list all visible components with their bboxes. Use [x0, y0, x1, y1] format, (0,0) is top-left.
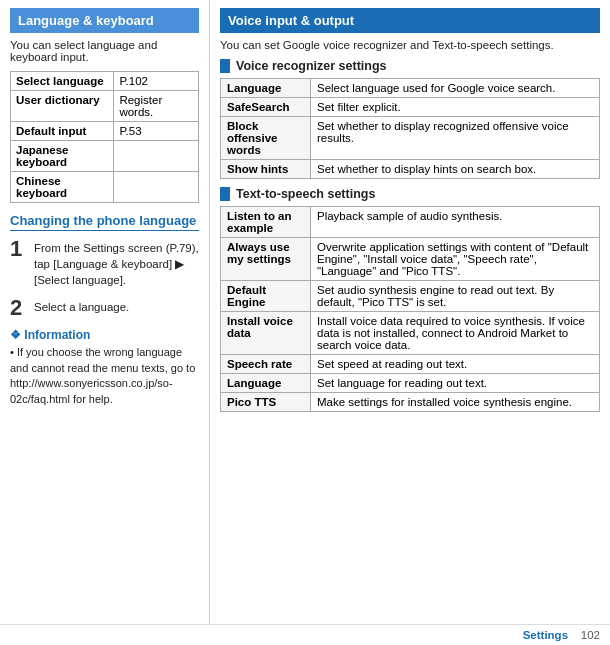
table-row: Default EngineSet audio synthesis engine…	[221, 281, 600, 312]
table-cell-label: SafeSearch	[221, 98, 311, 117]
info-text: • If you choose the wrong language and c…	[10, 345, 199, 407]
table-row: SafeSearchSet filter explicit.	[221, 98, 600, 117]
table-row: LanguageSet language for reading out tex…	[221, 374, 600, 393]
footer-settings-label: Settings	[523, 629, 568, 641]
step-1: 1 From the Settings screen (P.79), tap […	[10, 237, 199, 288]
voice-recognizer-table: LanguageSelect language used for Google …	[220, 78, 600, 179]
left-settings-table: Select languageP.102User dictionaryRegis…	[10, 71, 199, 203]
footer: Settings 102	[0, 624, 610, 645]
step-2-number: 2	[10, 296, 28, 320]
table-cell-label: Always use my settings	[221, 238, 311, 281]
table-row: LanguageSelect language used for Google …	[221, 79, 600, 98]
table-cell-label: Install voice data	[221, 312, 311, 355]
table-row: Block offensive wordsSet whether to disp…	[221, 117, 600, 160]
table-row: Japanese keyboard	[11, 141, 199, 172]
table-row: Pico TTSMake settings for installed voic…	[221, 393, 600, 412]
table-cell-value: P.53	[114, 122, 199, 141]
table-cell-value: Select language used for Google voice se…	[311, 79, 600, 98]
table-cell-label: Show hints	[221, 160, 311, 179]
table-row: User dictionaryRegister words.	[11, 91, 199, 122]
table-cell-value: Set language for reading out text.	[311, 374, 600, 393]
table-cell-value: P.102	[114, 72, 199, 91]
table-cell-value: Register words.	[114, 91, 199, 122]
right-panel-intro: You can set Google voice recognizer and …	[220, 39, 600, 51]
table-cell-value: Install voice data required to voice syn…	[311, 312, 600, 355]
right-panel: Voice input & output You can set Google …	[210, 0, 610, 624]
step-1-number: 1	[10, 237, 28, 288]
table-cell-value	[114, 141, 199, 172]
table-row: Default inputP.53	[11, 122, 199, 141]
table-row: Select languageP.102	[11, 72, 199, 91]
table-cell-value: Set whether to display hints on search b…	[311, 160, 600, 179]
table-cell-value: Overwrite application settings with cont…	[311, 238, 600, 281]
table-row: Always use my settingsOverwrite applicat…	[221, 238, 600, 281]
table-cell-label: Block offensive words	[221, 117, 311, 160]
table-cell-value: Set whether to display recognized offens…	[311, 117, 600, 160]
step-2: 2 Select a language.	[10, 296, 199, 320]
section-title: Changing the phone language	[10, 213, 199, 231]
table-row: Listen to an examplePlayback sample of a…	[221, 207, 600, 238]
step-2-text: Select a language.	[34, 296, 129, 320]
tts-table: Listen to an examplePlayback sample of a…	[220, 206, 600, 412]
left-panel-header: Language & keyboard	[10, 8, 199, 33]
tts-title: Text-to-speech settings	[220, 187, 600, 201]
table-cell-label: Default input	[11, 122, 114, 141]
footer-page-number: 102	[581, 629, 600, 641]
table-cell-value	[114, 172, 199, 203]
table-cell-label: Speech rate	[221, 355, 311, 374]
table-row: Speech rateSet speed at reading out text…	[221, 355, 600, 374]
table-cell-value: Set audio synthesis engine to read out t…	[311, 281, 600, 312]
step-1-text: From the Settings screen (P.79), tap [La…	[34, 237, 199, 288]
table-cell-label: Pico TTS	[221, 393, 311, 412]
left-panel-intro: You can select language and keyboard inp…	[10, 39, 199, 63]
table-cell-label: User dictionary	[11, 91, 114, 122]
table-cell-label: Japanese keyboard	[11, 141, 114, 172]
table-row: Install voice dataInstall voice data req…	[221, 312, 600, 355]
voice-recognizer-title: Voice recognizer settings	[220, 59, 600, 73]
table-cell-value: Make settings for installed voice synthe…	[311, 393, 600, 412]
table-cell-label: Chinese keyboard	[11, 172, 114, 203]
table-cell-value: Set filter explicit.	[311, 98, 600, 117]
table-row: Chinese keyboard	[11, 172, 199, 203]
table-cell-label: Language	[221, 374, 311, 393]
info-section: Information • If you choose the wrong la…	[10, 328, 199, 407]
table-cell-label: Language	[221, 79, 311, 98]
left-panel: Language & keyboard You can select langu…	[0, 0, 210, 624]
table-cell-label: Default Engine	[221, 281, 311, 312]
table-cell-label: Listen to an example	[221, 207, 311, 238]
table-row: Show hintsSet whether to display hints o…	[221, 160, 600, 179]
info-title: Information	[10, 328, 199, 342]
table-cell-value: Set speed at reading out text.	[311, 355, 600, 374]
table-cell-value: Playback sample of audio synthesis.	[311, 207, 600, 238]
table-cell-label: Select language	[11, 72, 114, 91]
right-panel-header: Voice input & output	[220, 8, 600, 33]
